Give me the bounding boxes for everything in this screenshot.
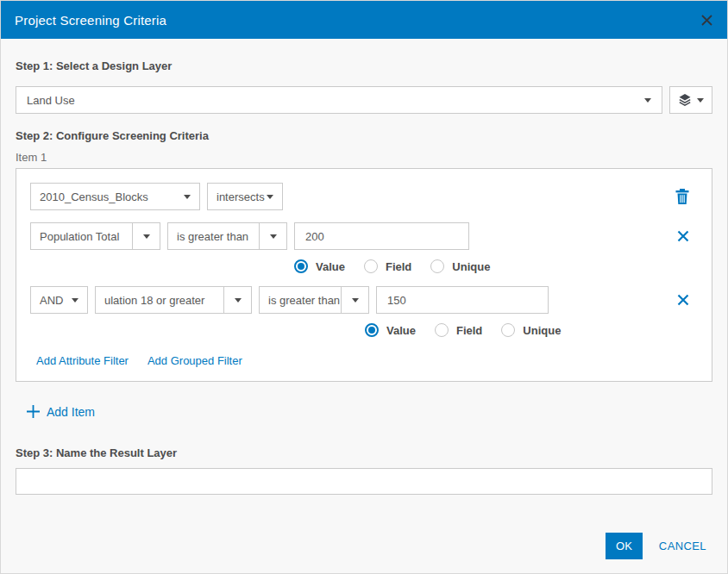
attribute-filter-row: AND ulation 18 or greater is greater tha… — [30, 286, 698, 314]
layer-type-select[interactable] — [669, 86, 712, 114]
radio-selected-icon[interactable] — [365, 323, 379, 337]
close-icon — [677, 230, 689, 242]
chevron-down-icon — [184, 195, 191, 199]
step2-label: Step 2: Configure Screening Criteria — [16, 129, 712, 142]
filter-operator-value: is greater than — [168, 223, 259, 249]
criteria-layer-select[interactable]: 2010_Census_Blocks — [30, 183, 200, 210]
item-label: Item 1 — [16, 151, 712, 164]
radio-option-value[interactable]: Value — [294, 259, 345, 273]
radio-unselected-icon[interactable] — [430, 259, 444, 273]
chevron-down-icon — [270, 234, 277, 239]
radio-label: Unique — [452, 260, 490, 273]
radio-label: Unique — [523, 324, 561, 337]
filter-field-value: ulation 18 or greater — [96, 287, 223, 313]
filter-field-value: Population Total — [31, 223, 132, 249]
design-layer-select[interactable]: Land Use — [16, 86, 662, 114]
step1-label: Step 1: Select a Design Layer — [16, 59, 712, 72]
dialog-header: Project Screening Criteria — [1, 1, 727, 39]
layers-icon — [678, 93, 692, 107]
add-item-button[interactable]: Add Item — [16, 404, 712, 419]
radio-option-unique[interactable]: Unique — [430, 259, 490, 273]
chevron-down-button[interactable] — [223, 287, 251, 313]
spatial-operator-select[interactable]: intersects — [207, 183, 283, 210]
radio-option-unique[interactable]: Unique — [501, 323, 561, 337]
filter-mode-radio-group: Value Field Unique — [365, 323, 698, 337]
chevron-down-icon — [72, 298, 78, 303]
trash-icon — [675, 189, 689, 204]
dialog-footer: OK CANCEL — [606, 533, 706, 559]
radio-option-field[interactable]: Field — [435, 323, 482, 337]
step1-row: Land Use — [16, 86, 712, 114]
remove-filter-button[interactable] — [677, 230, 689, 242]
radio-unselected-icon[interactable] — [501, 323, 515, 337]
radio-option-field[interactable]: Field — [364, 259, 411, 273]
dialog-title: Project Screening Criteria — [15, 13, 166, 28]
radio-unselected-icon[interactable] — [364, 259, 378, 273]
radio-label: Value — [316, 260, 345, 273]
project-screening-criteria-dialog: Project Screening Criteria Step 1: Selec… — [0, 0, 728, 574]
close-icon[interactable] — [700, 14, 713, 27]
radio-unselected-icon[interactable] — [435, 323, 449, 337]
chevron-down-button[interactable] — [259, 223, 286, 249]
attribute-filter-row: Population Total is greater than — [30, 222, 698, 250]
criteria-layer-value: 2010_Census_Blocks — [40, 190, 148, 203]
chevron-down-icon — [352, 298, 359, 303]
filter-operator-select[interactable]: is greater than — [167, 222, 287, 250]
filter-links-row: Add Attribute Filter Add Grouped Filter — [30, 354, 698, 367]
cancel-button[interactable]: CANCEL — [659, 540, 706, 552]
chevron-down-button[interactable] — [132, 223, 160, 249]
filter-field-select[interactable]: ulation 18 or greater — [95, 286, 252, 314]
ok-button[interactable]: OK — [606, 533, 643, 559]
spatial-operator-value: intersects — [217, 190, 265, 203]
chevron-down-icon — [267, 195, 273, 199]
conjunction-select[interactable]: AND — [30, 286, 88, 314]
filter-mode-radio-group: Value Field Unique — [294, 259, 698, 273]
radio-option-value[interactable]: Value — [365, 323, 416, 337]
spatial-expression-row: 2010_Census_Blocks intersects — [30, 183, 698, 210]
remove-filter-button[interactable] — [677, 294, 689, 306]
chevron-down-icon — [235, 298, 242, 303]
step3-label: Step 3: Name the Result Layer — [16, 446, 712, 459]
radio-selected-icon[interactable] — [294, 259, 308, 273]
add-item-label: Add Item — [47, 405, 95, 419]
filter-value-input[interactable] — [376, 286, 549, 314]
chevron-down-icon — [644, 98, 651, 103]
filter-value-input[interactable] — [294, 222, 469, 250]
dialog-body: Step 1: Select a Design Layer Land Use S… — [1, 39, 727, 495]
radio-label: Value — [386, 324, 416, 337]
filter-field-select[interactable]: Population Total — [30, 222, 160, 250]
plus-icon — [26, 404, 41, 419]
chevron-down-button[interactable] — [341, 287, 368, 313]
radio-label: Field — [456, 324, 482, 337]
filter-operator-value: is greater than — [260, 287, 341, 313]
conjunction-value: AND — [40, 294, 63, 307]
add-attribute-filter-link[interactable]: Add Attribute Filter — [36, 354, 129, 367]
add-grouped-filter-link[interactable]: Add Grouped Filter — [147, 354, 242, 367]
chevron-down-icon — [143, 234, 150, 239]
design-layer-value: Land Use — [27, 94, 75, 107]
close-icon — [677, 294, 689, 306]
chevron-down-icon — [697, 98, 704, 103]
screening-item-box: 2010_Census_Blocks intersects — [16, 168, 712, 382]
filter-operator-select[interactable]: is greater than — [259, 286, 369, 314]
delete-item-button[interactable] — [675, 189, 689, 204]
radio-label: Field — [386, 260, 411, 273]
result-layer-name-input[interactable] — [16, 468, 712, 495]
